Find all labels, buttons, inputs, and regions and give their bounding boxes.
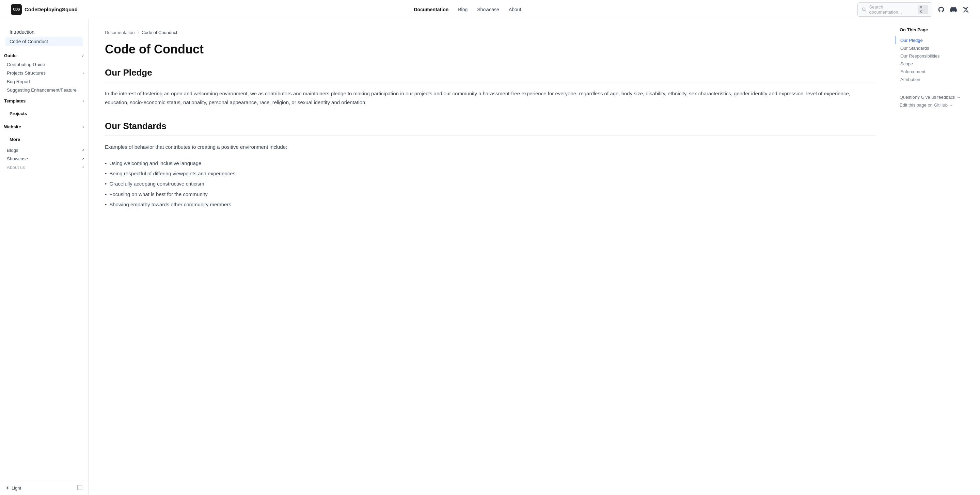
logo-area: CDS CodeDeployingSquad [11, 4, 78, 15]
nav-documentation[interactable]: Documentation [414, 7, 449, 12]
sidebar: Introduction Code of Counduct Guide ∨ Co… [0, 19, 89, 495]
toc-github-link[interactable]: Edit this page on GitHub → [900, 102, 972, 108]
standards-list: Using welcoming and inclusive language B… [105, 158, 875, 210]
list-item: Showing empathy towards other community … [105, 199, 875, 210]
list-item: Being respectful of differing viewpoints… [105, 169, 875, 179]
sidebar-section-label-projects: Projects [5, 108, 83, 118]
toc-item-attribution[interactable]: Attribution [896, 76, 972, 83]
toc-item-standards[interactable]: Our Standards [896, 44, 972, 52]
search-icon [862, 7, 866, 12]
sidebar-item-blogs[interactable]: Blogs ↗ [3, 146, 88, 154]
discord-icon[interactable] [950, 6, 957, 13]
sidebar-item-bug-report[interactable]: Bug Report [3, 77, 88, 86]
search-box[interactable]: Search documentation... ⌘ K [858, 2, 932, 17]
sidebar-group-guide[interactable]: Guide ∨ [0, 49, 88, 60]
twitter-icon[interactable] [962, 6, 969, 13]
svg-point-0 [862, 8, 865, 10]
about-us-external-icon: ↗ [81, 166, 84, 169]
toc-title: On This Page [900, 27, 972, 32]
page-title: Code of Conduct [105, 42, 875, 57]
header-nav: Documentation Blog Showcase About [414, 7, 521, 12]
blogs-external-icon: ↗ [81, 148, 84, 152]
list-item: Gracefully accepting constructive critic… [105, 179, 875, 189]
sidebar-footer: ☀ Light [0, 481, 89, 495]
sidebar-sub-guide: Contributing Guide Projects Structures ›… [0, 60, 88, 94]
main-content: Documentation › Code of Counduct Code of… [89, 19, 891, 495]
projects-structures-arrow-icon: › [83, 70, 84, 76]
showcase-external-icon: ↗ [81, 157, 84, 161]
search-placeholder: Search documentation... [869, 5, 915, 14]
toc-item-scope[interactable]: Scope [896, 60, 972, 68]
breadcrumb-current: Code of Counduct [142, 30, 177, 35]
toc-item-pledge[interactable]: Our Pledge [896, 37, 972, 44]
sidebar-group-website[interactable]: Website › [0, 120, 88, 131]
logo-text: CodeDeployingSquad [24, 6, 78, 12]
standards-intro: Examples of behavior that contributes to… [105, 143, 875, 151]
svg-rect-1 [77, 485, 82, 490]
github-link-arrow-icon: → [949, 103, 953, 108]
breadcrumb-separator: › [137, 30, 138, 35]
logo-icon: CDS [11, 4, 22, 15]
toc-feedback-link[interactable]: Question? Give us feedback → [900, 95, 972, 100]
header-right: Search documentation... ⌘ K [858, 2, 969, 17]
list-item: Focusing on what is best for the communi… [105, 189, 875, 199]
sidebar-item-suggesting[interactable]: Suggesting Enhancement/Feature [3, 86, 88, 94]
section-heading-pledge: Our Pledge [105, 67, 875, 83]
sidebar-item-contributing-guide[interactable]: Contributing Guide [3, 60, 88, 69]
sidebar-group-templates[interactable]: Templates › [0, 94, 88, 105]
breadcrumb-home[interactable]: Documentation [105, 30, 135, 35]
website-chevron-icon: › [83, 124, 84, 129]
section-heading-standards: Our Standards [105, 121, 875, 136]
breadcrumb: Documentation › Code of Counduct [105, 30, 875, 35]
sidebar-section-projects: Projects [0, 105, 88, 120]
github-icon[interactable] [938, 6, 945, 13]
sidebar-section-label-more: More [5, 134, 83, 143]
pledge-paragraph: In the interest of fostering an open and… [105, 89, 875, 107]
toc-item-responsibilities[interactable]: Our Responsibilities [896, 52, 972, 60]
guide-chevron-icon: ∨ [81, 53, 84, 58]
sun-icon: ☀ [5, 485, 10, 490]
toc-item-enforcement[interactable]: Enforcement [896, 68, 972, 76]
sidebar-sub-more: Blogs ↗ Showcase ↗ About us ↗ [0, 146, 88, 172]
sidebar-section-more: More [0, 131, 88, 146]
feedback-arrow-icon: → [956, 95, 961, 100]
layout: Introduction Code of Counduct Guide ∨ Co… [0, 0, 980, 495]
sidebar-section-top: Introduction Code of Counduct [0, 27, 88, 49]
sidebar-item-showcase[interactable]: Showcase ↗ [3, 154, 88, 163]
nav-showcase[interactable]: Showcase [477, 7, 499, 12]
sidebar-item-introduction[interactable]: Introduction [5, 27, 83, 37]
panel-icon[interactable] [76, 484, 83, 492]
sidebar-item-about-us[interactable]: About us ↗ [3, 163, 88, 172]
sidebar-item-projects-structures[interactable]: Projects Structures › [3, 69, 88, 77]
nav-about[interactable]: About [509, 7, 521, 12]
theme-toggle[interactable]: ☀ Light [5, 485, 21, 490]
right-sidebar: On This Page Our Pledge Our Standards Ou… [891, 19, 980, 495]
list-item: Using welcoming and inclusive language [105, 158, 875, 169]
nav-blog[interactable]: Blog [458, 7, 468, 12]
templates-chevron-icon: › [83, 99, 84, 103]
sidebar-item-code-of-conduct[interactable]: Code of Counduct [5, 37, 83, 46]
search-kbd: ⌘ K [918, 5, 928, 14]
header: CDS CodeDeployingSquad Documentation Blo… [0, 0, 980, 19]
